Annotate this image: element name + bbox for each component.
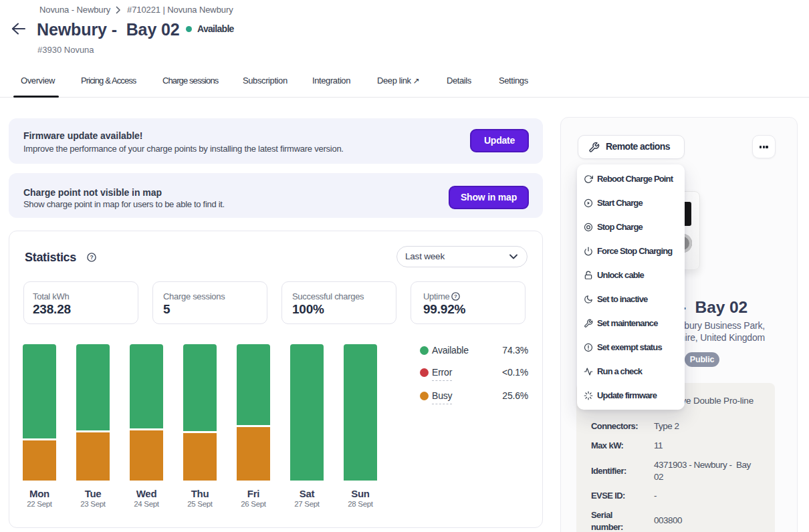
svg-text:?: ? [90,254,93,261]
svg-text:?: ? [454,293,457,299]
